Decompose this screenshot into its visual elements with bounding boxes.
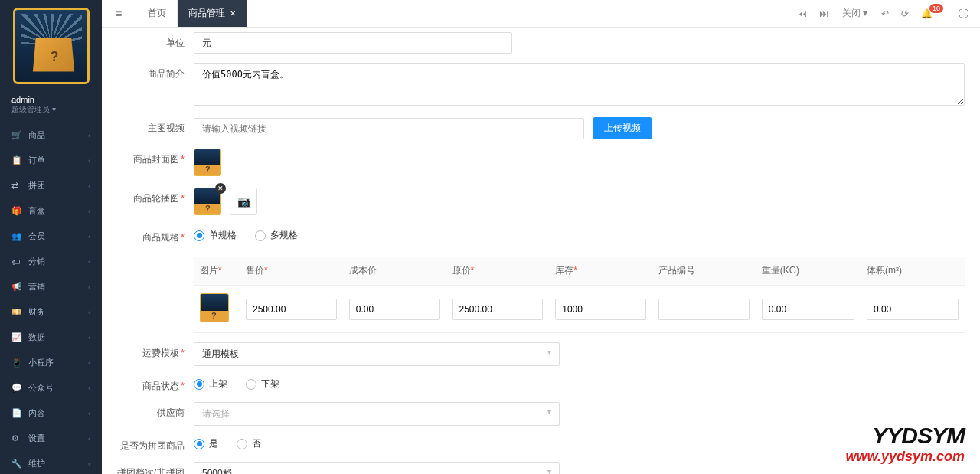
sidebar-item[interactable]: 🏷分销‹: [0, 249, 102, 274]
intro-textarea[interactable]: 价值5000元内盲盒。: [194, 63, 965, 106]
nav-label: 小程序: [28, 357, 54, 368]
label-supplier: 供应商: [117, 402, 194, 420]
nav-icon: 💬: [11, 383, 22, 393]
logo-container: ?: [0, 0, 102, 92]
menu-toggle-icon[interactable]: ≡: [108, 3, 129, 25]
weight-input[interactable]: [762, 299, 854, 320]
stock-input[interactable]: [555, 299, 646, 320]
nav-icon: 📢: [11, 282, 22, 292]
upload-video-button[interactable]: 上传视频: [593, 117, 652, 139]
radio-single-spec[interactable]: 单规格: [194, 229, 237, 242]
chevron-left-icon: ‹: [88, 460, 90, 468]
label-carousel: 商品轮播图: [117, 188, 194, 205]
user-role: 超级管理员 ▾: [11, 104, 90, 115]
nav-icon: 📋: [11, 155, 22, 165]
nav-icon: 🔧: [11, 459, 22, 469]
nav-label: 公众号: [28, 382, 54, 394]
chevron-left-icon: ‹: [88, 334, 90, 342]
remove-image-icon[interactable]: ✕: [215, 183, 226, 194]
sidebar-item[interactable]: 💴财务‹: [0, 299, 102, 325]
chevron-left-icon: ‹: [88, 132, 90, 139]
chevron-left-icon: ‹: [88, 233, 90, 240]
label-intro: 商品简介: [117, 63, 194, 80]
radio-multi-spec[interactable]: 多规格: [255, 229, 298, 242]
sku-input[interactable]: [658, 299, 750, 320]
radio-group-no[interactable]: 否: [237, 437, 261, 450]
freight-select[interactable]: 通用模板▾: [194, 342, 560, 366]
sidebar-item[interactable]: 📈数据‹: [0, 325, 102, 350]
sidebar: ? admin 超级管理员 ▾ 🛒商品‹📋订单‹⇄拼团‹🎁盲盒‹👥会员‹🏷分销‹…: [0, 0, 102, 474]
sidebar-item[interactable]: 👥会员‹: [0, 224, 102, 249]
chevron-left-icon: ‹: [88, 309, 90, 316]
tab-product-manage[interactable]: 商品管理✕: [178, 0, 247, 27]
sidebar-item[interactable]: 🔧维护‹: [0, 451, 102, 474]
label-spec: 商品规格: [117, 227, 194, 244]
chevron-left-icon: ‹: [88, 157, 90, 165]
close-icon[interactable]: ✕: [230, 9, 236, 18]
label-video: 主图视频: [117, 117, 194, 135]
chevron-left-icon: ‹: [88, 283, 90, 291]
nav-label: 内容: [28, 407, 45, 419]
topbar: ≡ 首页 商品管理✕ ⏮ ⏭ 关闭 ▾ ↶ ⟳ 🔔10 ⛶: [102, 0, 980, 28]
nav-icon: ⚙: [11, 433, 22, 443]
group-level-select[interactable]: 5000档▾: [194, 462, 560, 474]
nav-first-icon[interactable]: ⏮: [792, 4, 813, 24]
sidebar-item[interactable]: 💬公众号‹: [0, 375, 102, 400]
label-freight: 运费模板: [117, 342, 194, 360]
nav-label: 财务: [28, 306, 45, 318]
radio-group-yes[interactable]: 是: [194, 437, 218, 450]
nav-icon: 📈: [11, 332, 22, 342]
nav-label: 会员: [28, 230, 45, 242]
nav-label: 维护: [28, 458, 45, 469]
nav-label: 订单: [28, 155, 45, 166]
sidebar-item[interactable]: 📢营销‹: [0, 274, 102, 299]
unit-input[interactable]: [194, 32, 512, 54]
refresh-icon[interactable]: ⟳: [895, 4, 915, 24]
radio-status-on[interactable]: 上架: [194, 378, 227, 391]
nav-label: 设置: [28, 433, 45, 444]
orig-price-input[interactable]: [452, 299, 544, 320]
sidebar-item[interactable]: ⚙设置‹: [0, 426, 102, 451]
user-info[interactable]: admin 超级管理员 ▾: [0, 92, 102, 123]
video-input[interactable]: [194, 118, 584, 139]
nav-label: 拼团: [28, 180, 45, 191]
close-dropdown[interactable]: 关闭 ▾: [835, 2, 875, 25]
cost-input[interactable]: [349, 299, 440, 320]
app-logo: ?: [13, 8, 90, 84]
chevron-left-icon: ‹: [88, 182, 90, 190]
supplier-select[interactable]: 请选择▾: [194, 402, 560, 426]
nav-icon: 🎁: [11, 206, 22, 216]
chevron-left-icon: ‹: [88, 258, 90, 266]
label-group-level: 拼团档次(非拼团商品不用设置): [117, 462, 194, 474]
chevron-left-icon: ‹: [88, 359, 90, 367]
sidebar-item[interactable]: 🎁盲盒‹: [0, 198, 102, 224]
cover-thumbnail[interactable]: [194, 149, 221, 176]
fullscreen-icon[interactable]: ⛶: [952, 4, 974, 24]
nav-icon: 🛒: [11, 130, 22, 140]
price-input[interactable]: [246, 299, 337, 320]
spec-table: 图片* 售价* 成本价 原价* 库存* 产品编号 重量(KG) 体积(m³): [194, 257, 965, 333]
sidebar-item[interactable]: ⇄拼团‹: [0, 173, 102, 198]
nav-label: 商品: [28, 129, 45, 141]
chevron-left-icon: ‹: [88, 435, 90, 443]
notification-icon[interactable]: 🔔10: [915, 4, 952, 24]
upload-image-button[interactable]: 📷: [230, 188, 257, 215]
table-row: [194, 286, 965, 333]
spec-thumbnail[interactable]: [200, 293, 229, 322]
radio-status-off[interactable]: 下架: [246, 378, 279, 391]
chevron-left-icon: ‹: [88, 384, 90, 392]
sidebar-item[interactable]: 🛒商品‹: [0, 123, 102, 148]
back-icon[interactable]: ↶: [875, 4, 895, 24]
label-is-group: 是否为拼团商品: [117, 435, 194, 453]
nav-last-icon[interactable]: ⏭: [813, 4, 835, 24]
sidebar-item[interactable]: 📋订单‹: [0, 148, 102, 173]
nav-label: 营销: [28, 281, 45, 293]
nav-icon: 📱: [11, 358, 22, 368]
sidebar-item[interactable]: 📱小程序‹: [0, 350, 102, 375]
user-name: admin: [11, 95, 90, 104]
label-cover: 商品封面图: [117, 149, 194, 166]
volume-input[interactable]: [867, 299, 959, 320]
chevron-left-icon: ‹: [88, 208, 90, 215]
tab-home[interactable]: 首页: [137, 0, 178, 27]
sidebar-item[interactable]: 📄内容‹: [0, 400, 102, 426]
